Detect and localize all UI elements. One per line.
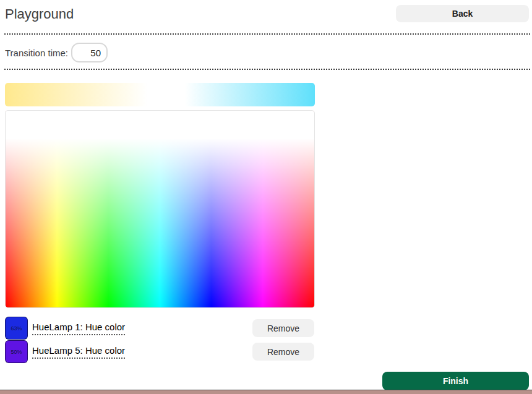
finish-button[interactable]: Finish bbox=[382, 372, 529, 390]
remove-button[interactable]: Remove bbox=[252, 343, 314, 361]
hue-saturation-picker[interactable] bbox=[5, 110, 315, 308]
separator-top bbox=[4, 33, 530, 35]
transition-time-input[interactable] bbox=[71, 43, 108, 62]
brightness-percent: 50% bbox=[11, 349, 22, 355]
separator-transition bbox=[4, 69, 530, 70]
lamp-row: 50% HueLamp 5: Hue color Remove bbox=[5, 340, 527, 364]
lamp-label-link[interactable]: HueLamp 1: Hue color bbox=[32, 322, 125, 335]
page-title: Playground bbox=[5, 6, 74, 22]
lamp-color-swatch[interactable]: 63% bbox=[5, 317, 28, 340]
brightness-percent: 63% bbox=[11, 325, 22, 332]
transition-time-label: Transition time: bbox=[5, 48, 68, 58]
back-button[interactable]: Back bbox=[396, 5, 529, 22]
remove-button[interactable]: Remove bbox=[252, 319, 314, 337]
bottom-scrollbar[interactable] bbox=[0, 390, 532, 394]
color-temperature-strip[interactable] bbox=[5, 83, 315, 106]
lamp-label-link[interactable]: HueLamp 5: Hue color bbox=[32, 345, 125, 359]
lamp-row: 63% HueLamp 1: Hue color Remove bbox=[5, 317, 527, 340]
lamp-color-swatch[interactable]: 50% bbox=[5, 340, 28, 363]
